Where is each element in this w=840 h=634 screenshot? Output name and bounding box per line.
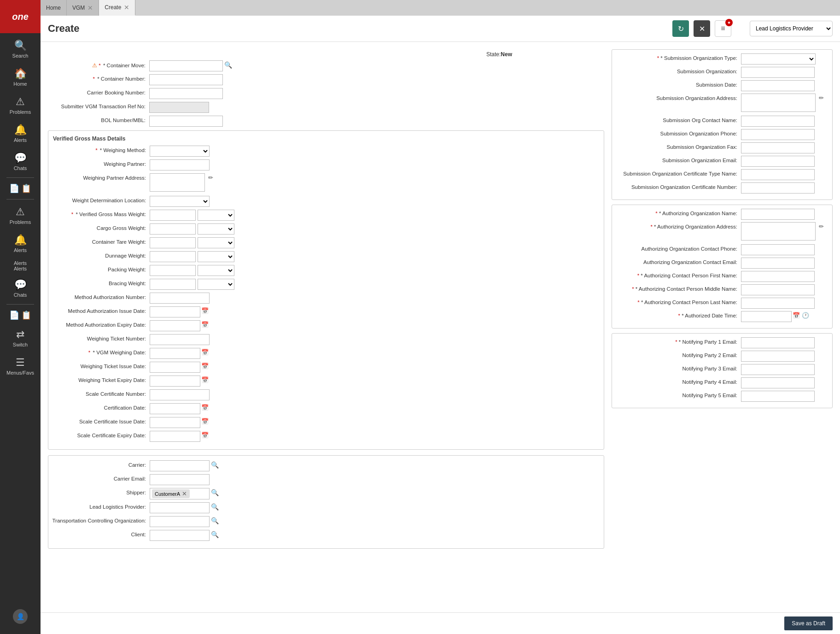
method-auth-issue-calendar[interactable]: 📅 xyxy=(200,306,210,315)
scale-cert-expiry-input[interactable] xyxy=(150,431,200,442)
auth-org-contact-email-input[interactable] xyxy=(741,258,815,269)
notifying-4-input[interactable] xyxy=(741,377,815,388)
auth-date-clock-btn[interactable]: 🕐 xyxy=(801,311,810,320)
packing-weight-unit[interactable] xyxy=(198,265,234,276)
weighing-method-select[interactable] xyxy=(150,146,210,157)
method-auth-expiry-calendar[interactable]: 📅 xyxy=(200,320,210,329)
submission-org-address-textarea[interactable] xyxy=(741,94,816,112)
lead-logistics-field[interactable] xyxy=(150,502,210,513)
auth-address-edit-btn[interactable]: ✏ xyxy=(818,222,825,231)
carrier-email-input[interactable] xyxy=(150,474,210,485)
vgm-weighing-date-input[interactable] xyxy=(150,348,200,359)
refresh-button[interactable]: ↻ xyxy=(672,20,689,37)
tab-vgm-close[interactable]: ✕ xyxy=(88,5,93,11)
scale-cert-issue-calendar[interactable]: 📅 xyxy=(200,417,210,426)
lead-logistics-search-btn[interactable]: 🔍 xyxy=(210,502,220,511)
sidebar-item-alerts2[interactable]: 🔔 Alerts xyxy=(0,229,41,258)
submission-cert-number-input[interactable] xyxy=(741,182,815,194)
sidebar-item-problems2[interactable]: ⚠ Problems xyxy=(0,201,41,229)
client-search-btn[interactable]: 🔍 xyxy=(210,530,220,539)
method-auth-number-input[interactable] xyxy=(150,293,210,304)
transport-controlling-search-btn[interactable]: 🔍 xyxy=(210,516,220,525)
sidebar-user-avatar[interactable]: 👤 xyxy=(0,605,41,628)
sidebar-docs-icon[interactable]: 📄 xyxy=(9,183,19,194)
shipper-tag-remove[interactable]: ✕ xyxy=(182,490,187,497)
auth-contact-middle-input[interactable] xyxy=(741,284,815,295)
weighing-ticket-expiry-input[interactable] xyxy=(150,376,200,387)
auth-contact-last-input[interactable] xyxy=(741,298,815,309)
cargo-gross-input[interactable] xyxy=(150,223,196,235)
submitter-vgm-input[interactable] xyxy=(149,102,209,113)
notifying-5-input[interactable] xyxy=(741,391,815,402)
app-logo[interactable]: one xyxy=(0,0,41,33)
submission-org-email-input[interactable] xyxy=(741,156,815,167)
submission-org-phone-input[interactable] xyxy=(741,129,815,140)
auth-contact-first-input[interactable] xyxy=(741,271,815,282)
submission-org-input[interactable] xyxy=(741,67,815,78)
sidebar-item-problems[interactable]: ⚠ Problems xyxy=(0,91,41,119)
auth-org-name-input[interactable] xyxy=(741,209,815,220)
submission-address-edit-btn[interactable]: ✏ xyxy=(818,94,825,102)
weighing-ticket-number-input[interactable] xyxy=(150,334,210,345)
client-field[interactable] xyxy=(150,530,210,541)
tab-create[interactable]: Create ✕ xyxy=(99,0,135,16)
tab-vgm[interactable]: VGM ✕ xyxy=(67,0,99,16)
method-auth-issue-input[interactable] xyxy=(150,306,200,317)
submission-date-input[interactable] xyxy=(741,80,815,91)
weight-det-location-select[interactable] xyxy=(150,196,210,207)
tab-create-close[interactable]: ✕ xyxy=(124,4,129,11)
shipper-search-btn[interactable]: 🔍 xyxy=(210,488,220,497)
packing-weight-input[interactable] xyxy=(150,265,196,276)
scale-cert-expiry-calendar[interactable]: 📅 xyxy=(200,431,210,440)
sidebar-item-chats2[interactable]: 💬 Chats xyxy=(0,274,41,302)
carrier-booking-input[interactable] xyxy=(149,88,223,99)
scale-cert-number-input[interactable] xyxy=(150,389,210,400)
weighing-ticket-expiry-calendar[interactable]: 📅 xyxy=(200,376,210,384)
bol-input[interactable] xyxy=(149,116,223,127)
auth-date-calendar-btn[interactable]: 📅 xyxy=(792,311,801,320)
verified-gross-input[interactable] xyxy=(150,210,196,221)
bracing-weight-input[interactable] xyxy=(150,279,196,290)
shipper-field[interactable]: CustomerA ✕ xyxy=(150,488,210,499)
certification-date-calendar[interactable]: 📅 xyxy=(200,403,210,412)
submission-org-type-select[interactable] xyxy=(741,53,816,65)
menu-button[interactable]: ≡ ★ xyxy=(715,20,731,37)
verified-gross-unit[interactable] xyxy=(198,210,234,221)
cargo-gross-unit[interactable] xyxy=(198,223,234,235)
sidebar-item-chats[interactable]: 💬 Chats xyxy=(0,147,41,176)
bracing-weight-unit[interactable] xyxy=(198,279,234,290)
vgm-weighing-date-calendar[interactable]: 📅 xyxy=(200,348,210,357)
container-tare-input[interactable] xyxy=(150,237,196,248)
submission-cert-type-input[interactable] xyxy=(741,169,815,180)
weighing-ticket-issue-calendar[interactable]: 📅 xyxy=(200,362,210,370)
sidebar-item-home[interactable]: 🏠 Home xyxy=(0,63,41,91)
scale-cert-issue-input[interactable] xyxy=(150,417,200,428)
weighing-partner-address-textarea[interactable] xyxy=(150,173,205,192)
tab-home[interactable]: Home xyxy=(41,0,67,16)
container-number-input[interactable] xyxy=(149,74,223,85)
save-draft-button[interactable]: Save as Draft xyxy=(784,616,833,630)
carrier-input[interactable] xyxy=(150,460,210,471)
weighing-ticket-issue-input[interactable] xyxy=(150,362,200,373)
weighing-address-edit-btn[interactable]: ✏ xyxy=(207,173,214,182)
sidebar-docs2-icon[interactable]: 📄 xyxy=(9,310,19,320)
container-tare-unit[interactable] xyxy=(198,237,234,248)
dunnage-weight-unit[interactable] xyxy=(198,251,234,262)
container-move-input[interactable] xyxy=(149,60,223,71)
sidebar-item-switch[interactable]: ⇄ Switch xyxy=(0,324,41,352)
method-auth-expiry-input[interactable] xyxy=(150,320,200,331)
notifying-3-input[interactable] xyxy=(741,364,815,375)
sidebar-list2-icon[interactable]: 📋 xyxy=(21,310,31,320)
submission-org-fax-input[interactable] xyxy=(741,142,815,153)
lead-logistics-dropdown[interactable]: Lead Logistics Provider xyxy=(750,21,833,36)
notifying-2-input[interactable] xyxy=(741,351,815,362)
auth-org-address-textarea[interactable] xyxy=(741,222,816,241)
close-button[interactable]: ✕ xyxy=(694,20,710,37)
auth-org-contact-phone-input[interactable] xyxy=(741,244,815,255)
transport-controlling-field[interactable] xyxy=(150,516,210,527)
weighing-partner-input[interactable] xyxy=(150,159,210,170)
dunnage-weight-input[interactable] xyxy=(150,251,196,262)
sidebar-item-alerts[interactable]: 🔔 Alerts xyxy=(0,119,41,147)
container-move-search-btn[interactable]: 🔍 xyxy=(223,60,233,70)
carrier-search-btn[interactable]: 🔍 xyxy=(210,460,220,470)
